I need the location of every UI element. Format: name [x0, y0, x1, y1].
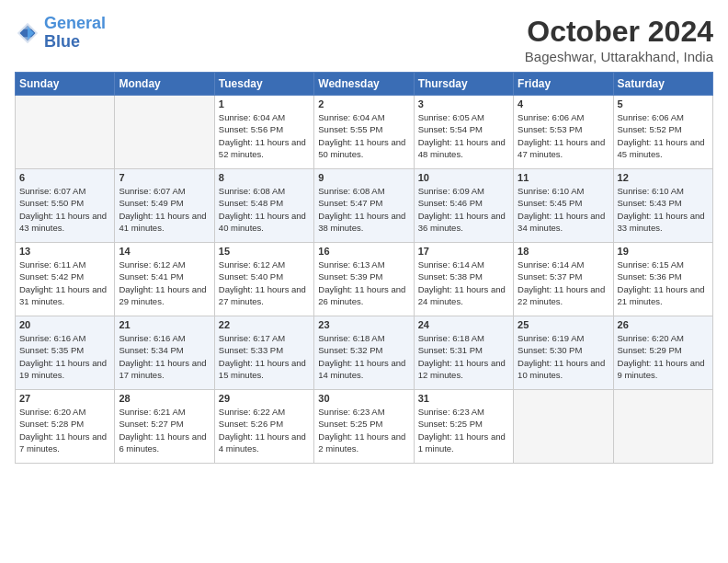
calendar-cell: 23Sunrise: 6:18 AM Sunset: 5:32 PM Dayli… [314, 316, 414, 390]
calendar-cell: 5Sunrise: 6:06 AM Sunset: 5:52 PM Daylig… [613, 96, 712, 169]
calendar-cell: 18Sunrise: 6:14 AM Sunset: 5:37 PM Dayli… [514, 243, 613, 316]
day-info: Sunrise: 6:15 AM Sunset: 5:36 PM Dayligh… [618, 259, 705, 306]
day-number: 10 [418, 172, 509, 183]
calendar-cell: 26Sunrise: 6:20 AM Sunset: 5:29 PM Dayli… [613, 316, 712, 390]
day-number: 22 [219, 319, 310, 330]
day-number: 2 [318, 98, 409, 109]
day-info: Sunrise: 6:16 AM Sunset: 5:35 PM Dayligh… [19, 333, 107, 380]
day-info: Sunrise: 6:08 AM Sunset: 5:47 PM Dayligh… [318, 186, 405, 233]
day-number: 28 [119, 393, 210, 404]
day-info: Sunrise: 6:17 AM Sunset: 5:33 PM Dayligh… [219, 333, 306, 380]
day-number: 29 [219, 393, 310, 404]
page-title: October 2024 [525, 15, 713, 49]
day-number: 8 [219, 172, 310, 183]
day-number: 21 [119, 319, 210, 330]
calendar-cell: 17Sunrise: 6:14 AM Sunset: 5:38 PM Dayli… [414, 243, 513, 316]
col-header-tuesday: Tuesday [214, 73, 313, 96]
day-number: 26 [618, 319, 709, 330]
day-number: 4 [518, 98, 609, 109]
day-number: 6 [19, 172, 110, 183]
day-info: Sunrise: 6:04 AM Sunset: 5:55 PM Dayligh… [318, 112, 405, 159]
calendar-cell [115, 96, 214, 169]
day-info: Sunrise: 6:12 AM Sunset: 5:41 PM Dayligh… [119, 259, 206, 306]
day-info: Sunrise: 6:19 AM Sunset: 5:30 PM Dayligh… [518, 333, 605, 380]
calendar-cell: 3Sunrise: 6:05 AM Sunset: 5:54 PM Daylig… [414, 96, 513, 169]
day-info: Sunrise: 6:20 AM Sunset: 5:29 PM Dayligh… [618, 333, 705, 380]
day-info: Sunrise: 6:18 AM Sunset: 5:31 PM Dayligh… [418, 333, 506, 380]
calendar-week-5: 27Sunrise: 6:20 AM Sunset: 5:28 PM Dayli… [16, 390, 713, 464]
day-number: 18 [518, 246, 609, 257]
calendar-cell: 12Sunrise: 6:10 AM Sunset: 5:43 PM Dayli… [613, 169, 712, 243]
calendar-cell: 14Sunrise: 6:12 AM Sunset: 5:41 PM Dayli… [115, 243, 214, 316]
calendar-cell: 15Sunrise: 6:12 AM Sunset: 5:40 PM Dayli… [214, 243, 313, 316]
calendar-cell: 25Sunrise: 6:19 AM Sunset: 5:30 PM Dayli… [514, 316, 613, 390]
calendar-cell: 4Sunrise: 6:06 AM Sunset: 5:53 PM Daylig… [514, 96, 613, 169]
day-number: 17 [418, 246, 509, 257]
day-number: 24 [418, 319, 509, 330]
day-number: 31 [418, 393, 509, 404]
day-info: Sunrise: 6:14 AM Sunset: 5:38 PM Dayligh… [418, 259, 506, 306]
day-info: Sunrise: 6:06 AM Sunset: 5:53 PM Dayligh… [518, 112, 605, 159]
day-info: Sunrise: 6:14 AM Sunset: 5:37 PM Dayligh… [518, 259, 605, 306]
calendar-cell: 8Sunrise: 6:08 AM Sunset: 5:48 PM Daylig… [214, 169, 313, 243]
calendar-cell: 2Sunrise: 6:04 AM Sunset: 5:55 PM Daylig… [314, 96, 414, 169]
calendar-cell: 22Sunrise: 6:17 AM Sunset: 5:33 PM Dayli… [214, 316, 313, 390]
calendar-cell: 31Sunrise: 6:23 AM Sunset: 5:25 PM Dayli… [414, 390, 513, 464]
calendar-cell: 9Sunrise: 6:08 AM Sunset: 5:47 PM Daylig… [314, 169, 414, 243]
day-number: 1 [219, 98, 310, 109]
day-info: Sunrise: 6:18 AM Sunset: 5:32 PM Dayligh… [318, 333, 405, 380]
day-number: 23 [318, 319, 409, 330]
day-info: Sunrise: 6:04 AM Sunset: 5:56 PM Dayligh… [219, 112, 306, 159]
calendar-cell [514, 390, 613, 464]
calendar-table: SundayMondayTuesdayWednesdayThursdayFrid… [15, 72, 713, 464]
day-number: 20 [19, 319, 110, 330]
calendar-cell: 19Sunrise: 6:15 AM Sunset: 5:36 PM Dayli… [613, 243, 712, 316]
day-number: 13 [19, 246, 110, 257]
calendar-cell: 27Sunrise: 6:20 AM Sunset: 5:28 PM Dayli… [16, 390, 115, 464]
col-header-friday: Friday [514, 73, 613, 96]
calendar-cell: 13Sunrise: 6:11 AM Sunset: 5:42 PM Dayli… [16, 243, 115, 316]
day-number: 5 [618, 98, 709, 109]
calendar-cell: 21Sunrise: 6:16 AM Sunset: 5:34 PM Dayli… [115, 316, 214, 390]
day-info: Sunrise: 6:23 AM Sunset: 5:25 PM Dayligh… [418, 407, 506, 454]
day-number: 15 [219, 246, 310, 257]
day-number: 3 [418, 98, 509, 109]
title-block: October 2024 Bageshwar, Uttarakhand, Ind… [525, 15, 713, 64]
day-number: 19 [618, 246, 709, 257]
day-info: Sunrise: 6:08 AM Sunset: 5:48 PM Dayligh… [219, 186, 306, 233]
calendar-cell: 10Sunrise: 6:09 AM Sunset: 5:46 PM Dayli… [414, 169, 513, 243]
day-number: 25 [518, 319, 609, 330]
col-header-thursday: Thursday [414, 73, 513, 96]
calendar-cell: 28Sunrise: 6:21 AM Sunset: 5:27 PM Dayli… [115, 390, 214, 464]
col-header-monday: Monday [115, 73, 214, 96]
calendar-cell [613, 390, 712, 464]
day-info: Sunrise: 6:10 AM Sunset: 5:45 PM Dayligh… [518, 186, 605, 233]
col-header-sunday: Sunday [16, 73, 115, 96]
calendar-cell: 11Sunrise: 6:10 AM Sunset: 5:45 PM Dayli… [514, 169, 613, 243]
logo-text: General Blue [44, 15, 106, 52]
calendar-week-1: 1Sunrise: 6:04 AM Sunset: 5:56 PM Daylig… [16, 96, 713, 169]
col-header-saturday: Saturday [613, 73, 712, 96]
day-info: Sunrise: 6:22 AM Sunset: 5:26 PM Dayligh… [219, 407, 306, 454]
day-info: Sunrise: 6:07 AM Sunset: 5:49 PM Dayligh… [119, 186, 206, 233]
page-header: General Blue October 2024 Bageshwar, Utt… [15, 15, 713, 64]
calendar-cell: 24Sunrise: 6:18 AM Sunset: 5:31 PM Dayli… [414, 316, 513, 390]
calendar-cell: 6Sunrise: 6:07 AM Sunset: 5:50 PM Daylig… [16, 169, 115, 243]
day-info: Sunrise: 6:13 AM Sunset: 5:39 PM Dayligh… [318, 259, 405, 306]
calendar-cell: 20Sunrise: 6:16 AM Sunset: 5:35 PM Dayli… [16, 316, 115, 390]
calendar-cell: 29Sunrise: 6:22 AM Sunset: 5:26 PM Dayli… [214, 390, 313, 464]
day-info: Sunrise: 6:07 AM Sunset: 5:50 PM Dayligh… [19, 186, 107, 233]
calendar-cell: 1Sunrise: 6:04 AM Sunset: 5:56 PM Daylig… [214, 96, 313, 169]
calendar-week-4: 20Sunrise: 6:16 AM Sunset: 5:35 PM Dayli… [16, 316, 713, 390]
day-number: 27 [19, 393, 110, 404]
day-info: Sunrise: 6:09 AM Sunset: 5:46 PM Dayligh… [418, 186, 506, 233]
calendar-week-2: 6Sunrise: 6:07 AM Sunset: 5:50 PM Daylig… [16, 169, 713, 243]
day-info: Sunrise: 6:23 AM Sunset: 5:25 PM Dayligh… [318, 407, 405, 454]
day-info: Sunrise: 6:16 AM Sunset: 5:34 PM Dayligh… [119, 333, 206, 380]
day-info: Sunrise: 6:21 AM Sunset: 5:27 PM Dayligh… [119, 407, 206, 454]
day-number: 12 [618, 172, 709, 183]
day-number: 9 [318, 172, 409, 183]
calendar-cell: 16Sunrise: 6:13 AM Sunset: 5:39 PM Dayli… [314, 243, 414, 316]
col-header-wednesday: Wednesday [314, 73, 414, 96]
calendar-cell: 7Sunrise: 6:07 AM Sunset: 5:49 PM Daylig… [115, 169, 214, 243]
